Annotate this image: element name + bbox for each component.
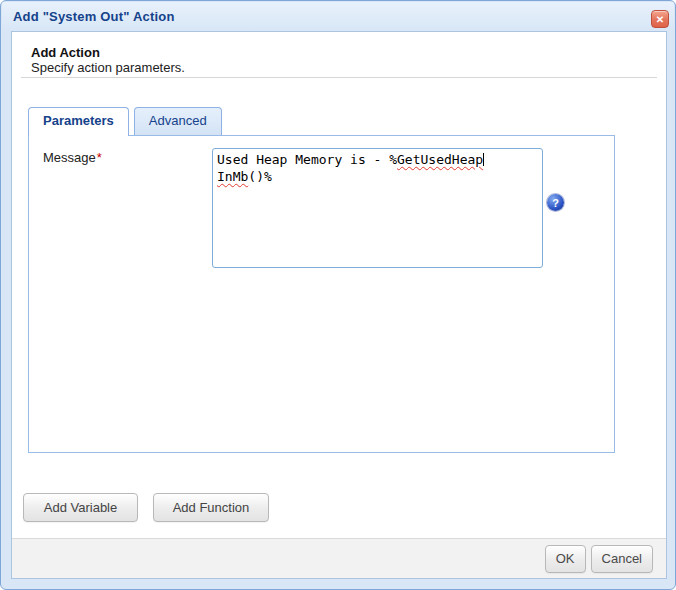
add-variable-button[interactable]: Add Variable	[23, 493, 138, 522]
cancel-button[interactable]: Cancel	[591, 545, 653, 573]
close-button[interactable]: ✕	[651, 10, 669, 28]
close-icon: ✕	[656, 14, 664, 25]
message-text-spellcheck: GetUsedHeap	[397, 152, 483, 167]
message-textarea[interactable]: Used Heap Memory is - %GetUsedHeapInMb()…	[212, 148, 543, 268]
message-text: ()%	[248, 169, 271, 184]
tab-strip: Parameters Advanced	[28, 107, 222, 136]
tab-advanced[interactable]: Advanced	[134, 107, 222, 135]
text-caret	[483, 153, 484, 166]
dialog-add-system-out-action: Add "System Out" Action ✕ Add Action Spe…	[0, 0, 676, 590]
tab-parameters-label: Parameters	[43, 113, 114, 128]
message-text: Used Heap Memory is - %	[217, 152, 397, 167]
tab-advanced-label: Advanced	[149, 113, 207, 128]
tab-parameters[interactable]: Parameters	[28, 107, 129, 136]
ok-button[interactable]: OK	[545, 545, 586, 573]
add-function-button[interactable]: Add Function	[153, 493, 269, 522]
dialog-title: Add "System Out" Action	[13, 9, 175, 24]
dialog-footer: OK Cancel	[12, 538, 666, 578]
parameters-tab-panel: Message* Used Heap Memory is - %GetUsedH…	[28, 135, 615, 453]
title-bar: Add "System Out" Action	[2, 2, 674, 31]
help-icon[interactable]: ?	[547, 194, 564, 211]
dialog-body: Add Action Specify action parameters. Pa…	[11, 31, 667, 579]
section-title: Add Action	[31, 45, 100, 60]
required-marker: *	[97, 150, 102, 165]
message-text-spellcheck: InMb	[217, 169, 248, 184]
header-divider	[21, 77, 657, 78]
section-subtitle: Specify action parameters.	[31, 60, 185, 75]
message-label: Message*	[43, 150, 102, 165]
